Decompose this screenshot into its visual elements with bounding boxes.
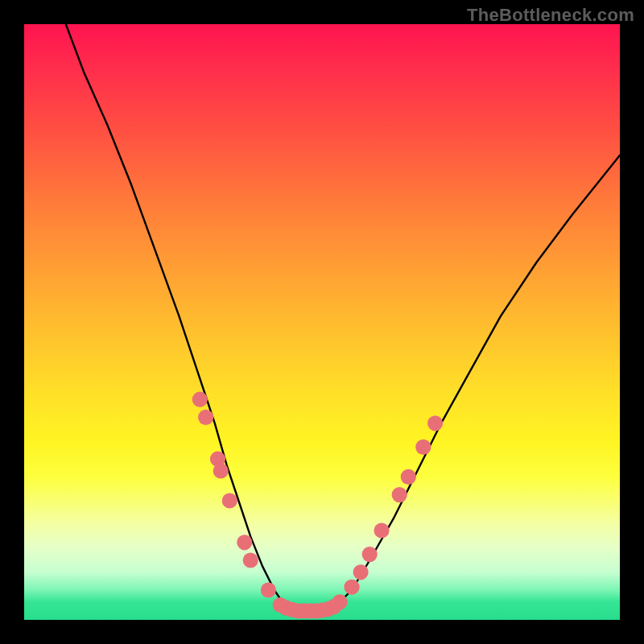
marker-point bbox=[198, 410, 213, 425]
marker-point bbox=[401, 469, 416, 485]
bottleneck-curve bbox=[66, 24, 620, 614]
attribution-label: TheBottleneck.com bbox=[467, 5, 634, 26]
marker-point bbox=[213, 463, 229, 478]
marker-point bbox=[374, 522, 389, 538]
marker-point bbox=[362, 547, 378, 562]
marker-point bbox=[353, 564, 369, 580]
marker-point bbox=[332, 594, 348, 609]
marker-point bbox=[192, 392, 208, 407]
marker-point bbox=[427, 415, 443, 431]
marker-point bbox=[392, 487, 407, 502]
marker-point bbox=[344, 580, 359, 595]
chart-svg bbox=[24, 24, 620, 620]
plot-area bbox=[24, 24, 620, 620]
chart-frame: TheBottleneck.com bbox=[0, 0, 644, 644]
marker-point bbox=[415, 440, 431, 455]
marker-point bbox=[261, 582, 276, 597]
marker-point bbox=[237, 535, 252, 550]
marker-point bbox=[243, 552, 258, 568]
marker-point bbox=[222, 493, 237, 508]
highlight-markers bbox=[192, 392, 444, 619]
